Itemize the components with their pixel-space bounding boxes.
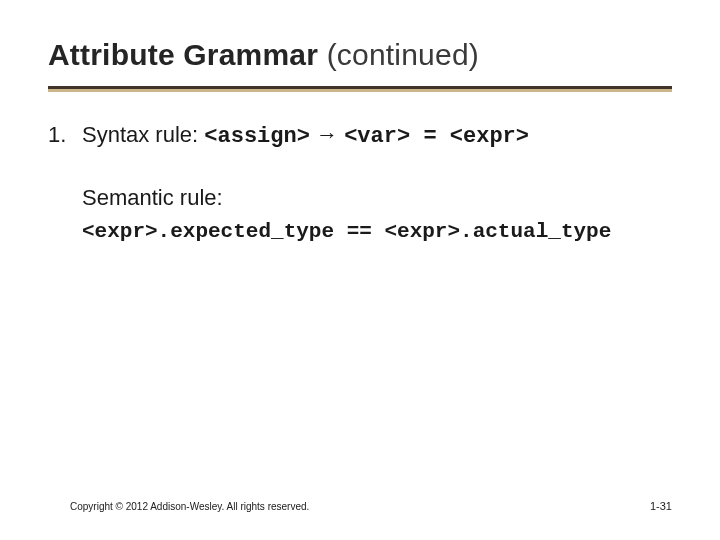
slide-body: 1. Syntax rule: <assign> → <var> = <expr… — [48, 118, 672, 248]
title-suffix: (continued) — [327, 38, 479, 71]
title-main: Attribute Grammar — [48, 38, 318, 71]
footer-page-number: 1-31 — [650, 500, 672, 512]
syntax-rule-line: Syntax rule: <assign> → <var> = <expr> — [82, 118, 529, 153]
production-rhs: <var> = <expr> — [344, 124, 529, 149]
syntax-rule-label: Syntax rule: — [82, 122, 198, 147]
slide: Attribute Grammar (continued) 1. Syntax … — [0, 0, 720, 540]
production-lhs: <assign> — [204, 124, 310, 149]
semantic-rule-expr: <expr>.expected_type == <expr>.actual_ty… — [82, 216, 672, 248]
list-item: 1. Syntax rule: <assign> → <var> = <expr… — [48, 118, 672, 153]
title-rule-light — [48, 89, 672, 92]
semantic-rule-label: Semantic rule: — [82, 181, 672, 214]
slide-title: Attribute Grammar (continued) — [48, 38, 479, 71]
footer-copyright: Copyright © 2012 Addison-Wesley. All rig… — [70, 501, 309, 512]
arrow-icon: → — [316, 122, 338, 147]
item-number: 1. — [48, 118, 72, 153]
